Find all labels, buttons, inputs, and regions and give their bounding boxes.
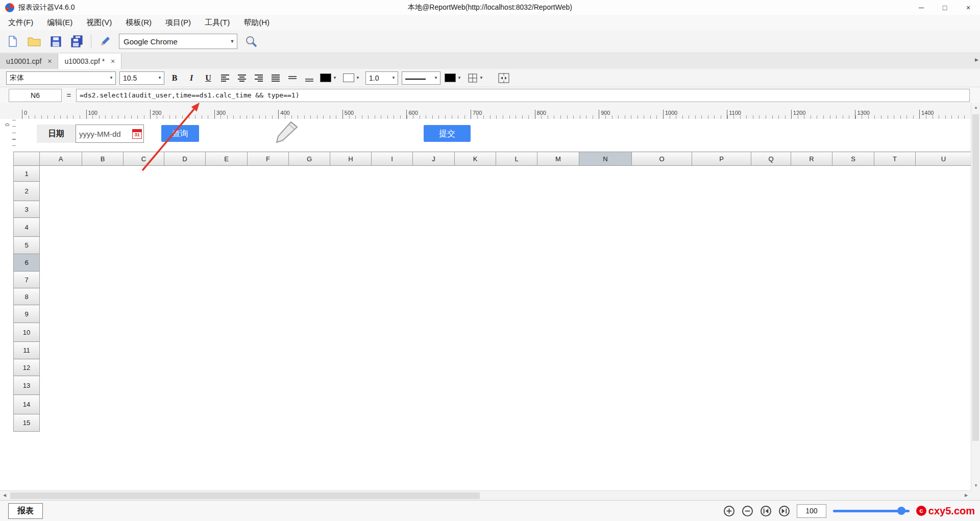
format-brush-button[interactable] (97, 33, 113, 50)
column-header-K[interactable]: K (455, 152, 496, 166)
scroll-right-icon[interactable]: ▶ (962, 491, 971, 501)
row-header-8[interactable]: 8 (14, 288, 40, 305)
scroll-up-icon[interactable]: ▲ (971, 103, 980, 112)
menu-item-5[interactable]: 工具(T) (205, 18, 230, 28)
submit-button[interactable]: 提交 (424, 125, 471, 142)
menu-item-2[interactable]: 视图(V) (86, 18, 112, 28)
row-header-3[interactable]: 3 (14, 201, 40, 218)
font-family-select[interactable]: 宋体 ▼ (6, 71, 116, 85)
column-header-N[interactable]: N (579, 152, 632, 166)
row-header-7[interactable]: 7 (14, 271, 40, 288)
save-all-button[interactable] (69, 33, 85, 50)
chevron-down-icon[interactable]: ▼ (478, 76, 485, 80)
column-header-Q[interactable]: Q (751, 152, 791, 166)
column-header-P[interactable]: P (692, 152, 751, 166)
column-header-L[interactable]: L (496, 152, 537, 166)
chevron-down-icon[interactable]: ▼ (389, 76, 398, 80)
column-header-M[interactable]: M (537, 152, 579, 166)
chevron-down-icon[interactable]: ▼ (432, 76, 440, 80)
zoom-slider[interactable] (833, 507, 910, 515)
row-header-14[interactable]: 14 (14, 395, 40, 414)
row-header-15[interactable]: 15 (14, 414, 40, 432)
zoom-level-input[interactable]: 100 (797, 504, 826, 518)
scroll-left-icon[interactable]: ◀ (0, 491, 9, 501)
line-color-button[interactable]: ▼ (444, 71, 463, 85)
column-header-I[interactable]: I (372, 152, 413, 166)
first-page-button[interactable] (760, 505, 772, 517)
column-header-T[interactable]: T (874, 152, 916, 166)
bold-button[interactable]: B (168, 71, 181, 85)
zoom-out-button[interactable] (742, 505, 753, 517)
chevron-down-icon[interactable]: ▼ (456, 76, 463, 80)
column-header-E[interactable]: E (206, 152, 248, 166)
line-width-select[interactable]: 1.0 ▼ (365, 71, 398, 85)
column-header-F[interactable]: F (248, 152, 289, 166)
tab-scroll-right-icon[interactable]: ▶ (975, 57, 978, 62)
scroll-down-icon[interactable]: ▼ (971, 481, 980, 490)
calendar-icon[interactable]: 31 (132, 129, 142, 139)
column-header-C[interactable]: C (124, 152, 164, 166)
menu-item-1[interactable]: 编辑(E) (47, 18, 72, 28)
formula-input[interactable]: =ds2.select1(audit_user,time==ds1.calc_t… (76, 89, 970, 102)
row-header-2[interactable]: 2 (14, 182, 40, 201)
zoom-in-button[interactable] (723, 505, 735, 517)
column-header-G[interactable]: G (289, 152, 330, 166)
italic-button[interactable]: I (185, 71, 198, 85)
merge-cells-button[interactable] (497, 71, 510, 85)
line-style-select[interactable]: ▼ (402, 71, 440, 85)
horizontal-scrollbar[interactable]: ◀ ▶ (0, 490, 971, 500)
menu-item-0[interactable]: 文件(F) (8, 18, 33, 28)
vertical-scrollbar[interactable]: ▲ ▼ (971, 103, 980, 490)
column-header-A[interactable]: A (40, 152, 82, 166)
row-header-9[interactable]: 9 (14, 305, 40, 323)
cell-reference-box[interactable]: N6 (9, 89, 62, 102)
column-header-R[interactable]: R (791, 152, 832, 166)
tab-close-icon[interactable]: × (111, 57, 115, 65)
close-button[interactable]: × (957, 0, 980, 15)
chevron-down-icon[interactable]: ▼ (354, 76, 361, 80)
restore-button[interactable]: □ (933, 0, 957, 15)
fill-color-button[interactable]: ▼ (342, 71, 362, 85)
menu-item-6[interactable]: 帮助(H) (243, 18, 270, 28)
underline-button[interactable]: U (202, 71, 215, 85)
column-header-H[interactable]: H (330, 152, 372, 166)
grid-corner[interactable] (14, 152, 40, 166)
chevron-down-icon[interactable]: ▼ (107, 76, 115, 80)
row-header-6[interactable]: 6 (14, 254, 40, 271)
column-header-O[interactable]: O (632, 152, 692, 166)
chevron-down-icon[interactable]: ▼ (156, 76, 164, 80)
column-header-S[interactable]: S (832, 152, 874, 166)
borders-button[interactable]: ▼ (467, 71, 485, 85)
sheet-tab-report[interactable]: 报表 (8, 503, 43, 519)
horizontal-scroll-thumb[interactable] (10, 492, 480, 499)
row-header-12[interactable]: 12 (14, 359, 40, 376)
column-header-U[interactable]: U (916, 152, 971, 166)
chevron-down-icon[interactable]: ▼ (228, 39, 237, 44)
column-header-D[interactable]: D (164, 152, 206, 166)
valign-bottom-button[interactable] (303, 71, 316, 85)
align-right-button[interactable] (252, 71, 265, 85)
row-header-10[interactable]: 10 (14, 323, 40, 342)
menu-item-3[interactable]: 模板(R) (126, 18, 152, 28)
row-header-1[interactable]: 1 (14, 166, 40, 182)
row-header-5[interactable]: 5 (14, 237, 40, 254)
new-file-button[interactable] (5, 33, 20, 50)
menu-item-4[interactable]: 项目(P) (165, 18, 191, 28)
tab-close-icon[interactable]: × (47, 57, 52, 65)
font-size-select[interactable]: 10.5 ▼ (119, 71, 164, 85)
save-button[interactable] (48, 33, 63, 50)
query-button[interactable]: 查询 (161, 125, 199, 142)
column-header-B[interactable]: B (82, 152, 124, 166)
align-justify-button[interactable] (269, 71, 282, 85)
vertical-scroll-thumb[interactable] (972, 114, 979, 441)
document-tab-0[interactable]: u10001.cpf× (0, 54, 58, 69)
report-canvas[interactable]: 0 日期 yyyy-MM-dd 31 查询 提交 ABCDEFGHIJKLMNO… (0, 119, 971, 490)
align-left-button[interactable] (218, 71, 232, 85)
row-header-11[interactable]: 11 (14, 342, 40, 359)
align-center-button[interactable] (235, 71, 249, 85)
zoom-slider-knob[interactable] (897, 507, 905, 515)
pencil-tool-icon[interactable] (272, 120, 300, 146)
run-preview-button[interactable] (243, 33, 259, 50)
open-file-button[interactable] (27, 33, 42, 50)
minimize-button[interactable]: ─ (910, 0, 933, 15)
